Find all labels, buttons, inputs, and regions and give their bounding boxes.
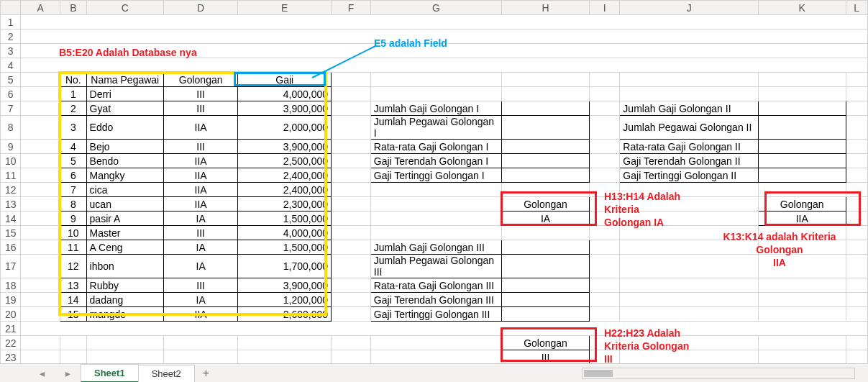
- cell[interactable]: Gyat: [86, 101, 163, 116]
- cell[interactable]: 2,500,000: [238, 154, 332, 168]
- row-4[interactable]: 4: [1, 58, 21, 73]
- row-22[interactable]: 22: [1, 336, 21, 350]
- cell[interactable]: [502, 116, 590, 140]
- row-12[interactable]: 12: [1, 183, 21, 197]
- row-3[interactable]: 3: [1, 44, 21, 58]
- cell[interactable]: cica: [86, 183, 163, 197]
- cell[interactable]: [502, 240, 590, 255]
- row-18[interactable]: 18: [1, 278, 21, 293]
- cell[interactable]: IIA: [163, 116, 237, 140]
- cell[interactable]: mangde: [86, 307, 163, 322]
- cell[interactable]: Gaji Terendah Golongan III: [370, 293, 501, 307]
- cell[interactable]: Jumlah Pegawai Golongan III: [370, 255, 501, 278]
- cell[interactable]: 15: [60, 307, 86, 322]
- row-20[interactable]: 20: [1, 307, 21, 322]
- cell[interactable]: Derri: [86, 87, 163, 101]
- cell[interactable]: [758, 116, 846, 140]
- tab-nav-right-icon[interactable]: ▸: [55, 368, 81, 379]
- hdr-no[interactable]: No.: [60, 73, 86, 87]
- cell[interactable]: [758, 154, 846, 168]
- col-H[interactable]: H: [502, 1, 590, 15]
- col-F[interactable]: F: [332, 1, 371, 15]
- crit-ia-value[interactable]: IA: [502, 212, 590, 226]
- cell[interactable]: Rata-rata Gaji Golongan I: [370, 140, 501, 154]
- cell[interactable]: Rubby: [86, 278, 163, 293]
- cell[interactable]: 1: [60, 87, 86, 101]
- tab-sheet1[interactable]: Sheet1: [81, 364, 139, 383]
- cell[interactable]: Jumlah Pegawai Golongan II: [620, 116, 759, 140]
- tab-nav-left-icon[interactable]: ◂: [29, 368, 55, 379]
- crit-iii-value[interactable]: III: [502, 350, 590, 365]
- cell[interactable]: 4: [60, 140, 86, 154]
- cell[interactable]: 3: [60, 116, 86, 140]
- cell[interactable]: Jumlah Gaji Golongan III: [370, 240, 501, 255]
- row-5[interactable]: 5: [1, 73, 21, 87]
- cell[interactable]: III: [163, 226, 237, 240]
- crit-iii-label[interactable]: Golongan: [502, 336, 590, 350]
- cell[interactable]: Rata-rata Gaji Golongan III: [370, 278, 501, 293]
- col-I[interactable]: I: [589, 1, 620, 15]
- cell[interactable]: Master: [86, 226, 163, 240]
- hdr-gol[interactable]: Golongan: [163, 73, 237, 87]
- spreadsheet-grid[interactable]: A B C D E F G H I J K L 1 2 3 4 5 No. Na…: [0, 0, 868, 379]
- cell[interactable]: III: [163, 278, 237, 293]
- row-17[interactable]: 17: [1, 255, 21, 278]
- cell[interactable]: 4,000,000: [238, 226, 332, 240]
- row-2[interactable]: 2: [1, 29, 21, 44]
- tab-add-icon[interactable]: +: [194, 367, 218, 380]
- row-8[interactable]: 8: [1, 116, 21, 140]
- cell[interactable]: Gaji Tertinggi Golongan II: [620, 168, 759, 183]
- cell[interactable]: Mangky: [86, 168, 163, 183]
- cell[interactable]: 1,200,000: [238, 293, 332, 307]
- row-13[interactable]: 13: [1, 197, 21, 212]
- cell[interactable]: 1,500,000: [238, 240, 332, 255]
- cell[interactable]: Rata-rata Gaji Golongan II: [620, 140, 759, 154]
- cell[interactable]: [502, 101, 590, 116]
- cell[interactable]: III: [163, 101, 237, 116]
- row-23[interactable]: 23: [1, 350, 21, 365]
- cell[interactable]: [758, 140, 846, 154]
- cell[interactable]: 13: [60, 278, 86, 293]
- row-10[interactable]: 10: [1, 154, 21, 168]
- cell[interactable]: III: [163, 140, 237, 154]
- cell[interactable]: 3,900,000: [238, 101, 332, 116]
- cell[interactable]: Bendo: [86, 154, 163, 168]
- cell[interactable]: IIA: [163, 183, 237, 197]
- cell[interactable]: IIA: [163, 168, 237, 183]
- row-7[interactable]: 7: [1, 101, 21, 116]
- cell[interactable]: IA: [163, 212, 237, 226]
- row-21[interactable]: 21: [1, 322, 21, 336]
- cell[interactable]: [502, 278, 590, 293]
- cell[interactable]: Gaji Tertinggi Golongan I: [370, 168, 501, 183]
- cell[interactable]: 9: [60, 212, 86, 226]
- cell[interactable]: IA: [163, 240, 237, 255]
- cell[interactable]: 2,400,000: [238, 168, 332, 183]
- cell[interactable]: 7: [60, 183, 86, 197]
- cell[interactable]: Jumlah Pegawai Golongan I: [370, 116, 501, 140]
- crit-ia-label[interactable]: Golongan: [502, 197, 590, 212]
- row-14[interactable]: 14: [1, 212, 21, 226]
- cell[interactable]: ihbon: [86, 255, 163, 278]
- cell[interactable]: A Ceng: [86, 240, 163, 255]
- crit-iia-label[interactable]: Golongan: [758, 197, 846, 212]
- cell[interactable]: 2,400,000: [238, 183, 332, 197]
- cell[interactable]: Gaji Terendah Golongan II: [620, 154, 759, 168]
- cell[interactable]: IIA: [163, 307, 237, 322]
- cell[interactable]: IIA: [163, 154, 237, 168]
- cell[interactable]: IA: [163, 255, 237, 278]
- cell[interactable]: III: [163, 87, 237, 101]
- cell[interactable]: 5: [60, 154, 86, 168]
- col-L[interactable]: L: [846, 1, 867, 15]
- cell[interactable]: Eddo: [86, 116, 163, 140]
- cell[interactable]: [502, 154, 590, 168]
- cell[interactable]: 2,600,000: [238, 307, 332, 322]
- cell[interactable]: 4,000,000: [238, 87, 332, 101]
- hdr-nama[interactable]: Nama Pegawai: [86, 73, 163, 87]
- cell[interactable]: [758, 101, 846, 116]
- cell[interactable]: Gaji Tertinggi Golongan III: [370, 307, 501, 322]
- cell[interactable]: Jumlah Gaji Golongan II: [620, 101, 759, 116]
- cell[interactable]: 2,000,000: [238, 116, 332, 140]
- cell[interactable]: 6: [60, 168, 86, 183]
- cell[interactable]: [502, 307, 590, 322]
- cell[interactable]: ucan: [86, 197, 163, 212]
